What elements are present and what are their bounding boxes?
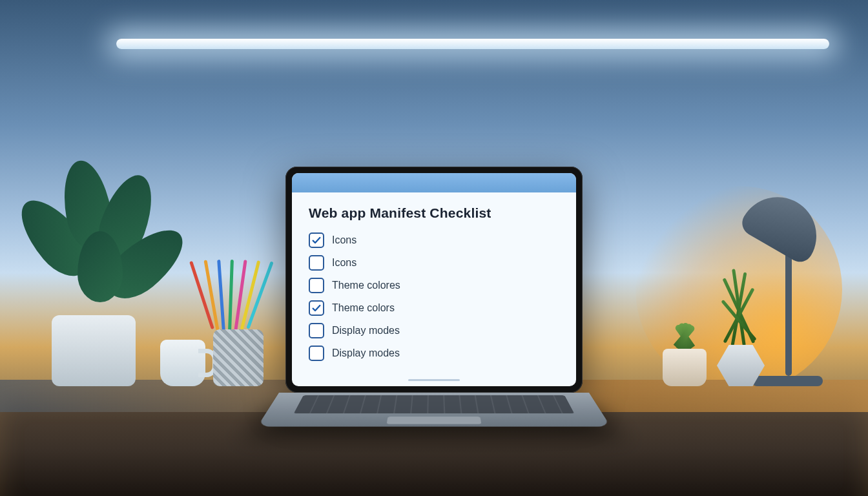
desk-lamp-head: [738, 183, 831, 266]
laptop-screen-bezel: Web app Manifest Checklist IconsIconsThe…: [285, 167, 583, 393]
coffee-mug: [160, 340, 205, 386]
laptop-trackpad: [387, 417, 482, 424]
checkbox[interactable]: [309, 300, 324, 316]
checklist-row: Theme colores: [309, 278, 559, 293]
pen-holder-pens: [194, 260, 271, 331]
fern-plant: [707, 269, 771, 346]
desk-scene: Web app Manifest Checklist IconsIconsThe…: [0, 0, 868, 496]
desk-lamp-base: [752, 376, 823, 386]
checklist-item-label: Icons: [332, 234, 356, 246]
window-titlebar: [292, 173, 576, 192]
checklist-item-label: Theme colores: [332, 280, 400, 291]
checklist-row: Icons: [309, 232, 559, 248]
succulent-pot: [663, 349, 707, 386]
laptop-keyboard: [294, 395, 574, 413]
checklist-row: Display modes: [309, 346, 559, 361]
ceiling-light: [116, 39, 829, 49]
home-indicator: [408, 379, 460, 381]
checklist-row: Theme colors: [309, 300, 559, 316]
large-plant: [26, 154, 168, 322]
large-plant-pot: [52, 315, 136, 386]
checklist-item-label: Icons: [332, 257, 356, 269]
checklist-item-label: Theme colors: [332, 302, 395, 314]
checkbox[interactable]: [309, 323, 324, 338]
succulent-plant: [666, 320, 703, 350]
page-title: Web app Manifest Checklist: [309, 205, 559, 221]
laptop: Web app Manifest Checklist IconsIconsThe…: [279, 167, 589, 451]
checkbox[interactable]: [309, 255, 324, 271]
checkbox[interactable]: [309, 346, 324, 361]
checklist-row: Icons: [309, 255, 559, 271]
checklist-item-label: Display modes: [332, 325, 400, 336]
pen-cup: [213, 329, 264, 386]
checklist-panel: Web app Manifest Checklist IconsIconsThe…: [292, 192, 576, 378]
laptop-base: [279, 393, 589, 451]
checkbox[interactable]: [309, 232, 324, 248]
checkbox[interactable]: [309, 278, 324, 293]
checklist-row: Display modes: [309, 323, 559, 338]
laptop-screen: Web app Manifest Checklist IconsIconsThe…: [292, 173, 576, 386]
checklist-item-label: Display modes: [332, 347, 400, 359]
